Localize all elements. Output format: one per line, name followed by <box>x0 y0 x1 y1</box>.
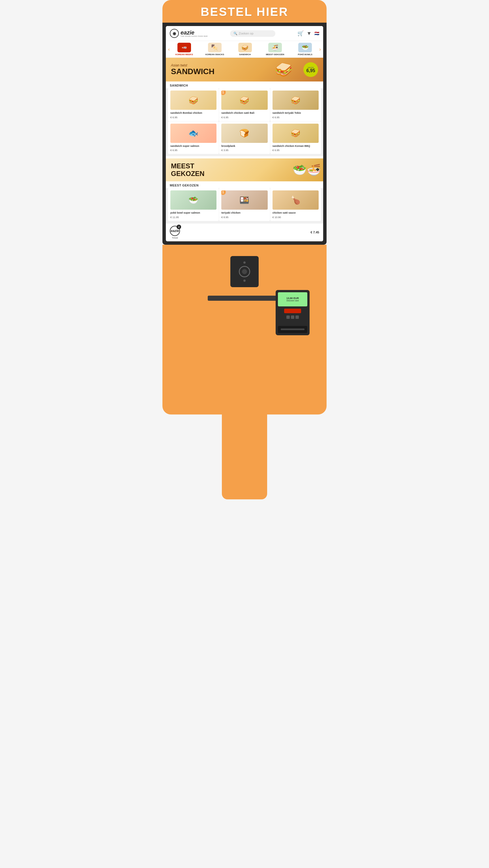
logo-text-sub: THE ASIAN GOOD FOOD BAR <box>181 35 208 37</box>
product-name-sandwich-bombai: sandwich Bombai chicken <box>170 112 216 115</box>
cat-items: K🇰🇷 KOREAN WEEKS 🍢 KOREAN SNACKS 🥪 SANDW… <box>171 43 318 56</box>
cat-label-meest-gekozen: MEEST GEKOZEN <box>266 53 284 56</box>
cat-item-korean-snacks[interactable]: 🍢 KOREAN SNACKS <box>206 43 224 56</box>
product-card-sandwich-salmon[interactable]: 🐟 sandwich super salmon € 6.95 <box>168 121 219 154</box>
product-name-poke-super-salmon: poké bowl super salmon <box>170 211 216 215</box>
nav-left-arrow[interactable]: ‹ <box>168 46 170 52</box>
logo-icon: ◉ <box>170 29 179 38</box>
product-card-teriyaki-chicken[interactable]: 1 🍱 teriyaki chicken € 8.95 <box>219 188 270 221</box>
cat-item-meest-gekozen[interactable]: 🍜 MEEST GEKOZEN <box>266 43 284 56</box>
terminal-icons <box>286 315 299 319</box>
kiosk-top-header: BESTEL HIER <box>162 0 327 23</box>
payment-terminal: 13,90 EUR Discover card <box>276 290 310 335</box>
meest-gekozen-title: MEESTGEKOZEN <box>171 162 205 177</box>
product-card-sandwich-teriyaki[interactable]: 🥪 sandwich teriyaki Tokio € 6.95 <box>270 88 321 121</box>
product-image-chicken-sate: 🍗 <box>273 190 319 210</box>
terminal-icon-2 <box>291 315 294 319</box>
product-image-sandwich-bombai: 🥪 <box>170 91 216 110</box>
header-icons: 🛒 ▼ 🇳🇱 <box>298 30 319 36</box>
product-badge-teriyaki: 1 <box>221 190 226 195</box>
hero-title: SANDWICH <box>171 67 214 76</box>
product-image-sandwich-salmon: 🐟 <box>170 124 216 143</box>
hero-text: Asian twist SANDWICH <box>171 63 214 76</box>
hero-price-num: 6,95 <box>306 68 315 73</box>
language-flag[interactable]: 🇳🇱 <box>314 31 319 36</box>
product-name-sandwich-teriyaki: sandwich teriyaki Tokio <box>273 112 319 115</box>
product-image-sandwich-korean-bbq: 🥪 <box>273 124 319 143</box>
filter-icon[interactable]: ▼ <box>306 31 312 36</box>
kiosk-title: BESTEL HIER <box>162 5 327 19</box>
cat-item-sandwich[interactable]: 🥪 SANDWICH <box>237 43 253 56</box>
product-card-sandwich-korean-bbq[interactable]: 🥪 sandwich chicken Korean BBQ € 6.95 <box>270 121 321 154</box>
category-nav: ‹ K🇰🇷 KOREAN WEEKS 🍢 KOREAN SNACKS 🥪 <box>166 41 323 58</box>
cart-item-badge: 1 <box>177 225 181 229</box>
product-name-sandwich-korean-bbq: sandwich chicken Korean BBQ <box>273 145 319 148</box>
screen: ◉ eazie THE ASIAN GOOD FOOD BAR 🔍 Zoeken… <box>166 26 323 241</box>
hero-food-image: 🥪 <box>261 58 306 82</box>
cart-bar[interactable]: eazie 1 Totaal € 7.45 <box>166 223 323 241</box>
terminal-card-slot <box>278 326 307 333</box>
meest-gekozen-product-grid: 🥗 poké bowl super salmon € 11.95 1 🍱 ter… <box>166 188 323 223</box>
sandwich-section-header: SANDWICH <box>166 82 323 88</box>
logo-area: ◉ eazie THE ASIAN GOOD FOOD BAR <box>170 29 208 38</box>
product-price-sandwich-sate: € 6.95 <box>221 116 268 119</box>
product-name-broodplank: broodplank <box>221 145 268 148</box>
terminal-screen: 13,90 EUR Discover card <box>278 292 307 306</box>
meest-gekozen-banner: MEESTGEKOZEN 🥗 🍜 <box>166 158 323 181</box>
product-card-poke-super-salmon[interactable]: 🥗 poké bowl super salmon € 11.95 <box>168 188 219 221</box>
terminal-cancel-button[interactable] <box>284 309 301 313</box>
terminal-card-line <box>281 329 304 330</box>
product-name-sandwich-salmon: sandwich super salmon <box>170 145 216 148</box>
product-image-poke-super-salmon: 🥗 <box>170 190 216 210</box>
cat-label-korean-snacks: KOREAN SNACKS <box>206 53 224 56</box>
cat-item-korean-weeks[interactable]: K🇰🇷 KOREAN WEEKS <box>176 43 193 56</box>
product-price-broodplank: € 3.95 <box>221 149 268 152</box>
product-badge-sandwich-sate: 1 <box>221 91 226 95</box>
cart-logo: eazie 1 Totaal <box>170 226 180 239</box>
cat-item-poke-bowls[interactable]: 🥗 POKé BOWLS <box>297 43 313 56</box>
product-card-broodplank[interactable]: 🍞 broodplank € 3.95 <box>219 121 270 154</box>
product-price-sandwich-salmon: € 6.95 <box>170 149 216 152</box>
terminal-amount: 13,90 EUR <box>286 297 299 300</box>
cart-logo-circle: eazie 1 <box>170 226 180 236</box>
nav-right-arrow[interactable]: › <box>319 46 321 52</box>
meest-gekozen-section-header: MEEST GEKOZEN <box>166 181 323 188</box>
kiosk-body: 13,90 EUR Discover card <box>162 245 327 414</box>
card-reader-center-dot <box>242 269 247 274</box>
card-reader-led <box>243 261 246 264</box>
cat-label-korean-weeks: KOREAN WEEKS <box>176 53 193 56</box>
cart-icon[interactable]: 🛒 <box>298 30 304 36</box>
card-reader-led-2 <box>243 280 246 282</box>
terminal-icon-1 <box>286 315 290 319</box>
cat-label-poke-bowls: POKé BOWLS <box>298 53 312 56</box>
product-card-sandwich-sate[interactable]: 1 🥪 sandwich chicken saté Bali € 6.95 <box>219 88 270 121</box>
cat-label-sandwich: SANDWICH <box>239 53 251 56</box>
card-slot <box>208 296 281 301</box>
search-bar[interactable]: 🔍 Zoeken op <box>230 30 275 37</box>
hero-subtitle: Asian twist <box>171 63 214 67</box>
product-name-sandwich-sate: sandwich chicken saté Bali <box>221 112 268 115</box>
product-price-sandwich-bombai: € 6.95 <box>170 116 216 119</box>
meest-food-images: 🥗 🍜 <box>293 158 323 181</box>
logo-text-main: eazie <box>181 30 208 35</box>
product-image-sandwich-sate: 1 🥪 <box>221 91 268 110</box>
product-card-chicken-sate[interactable]: 🍗 chicken saté sauce € 10.90 <box>270 188 321 221</box>
product-image-sandwich-teriyaki: 🥪 <box>273 91 319 110</box>
card-reader-ring <box>239 266 250 277</box>
hero-banner: Asian twist SANDWICH 🥪 Slechts 6,95 <box>166 58 323 82</box>
product-price-poke-super-salmon: € 11.95 <box>170 216 216 219</box>
product-card-sandwich-bombai[interactable]: 🥪 sandwich Bombai chicken € 6.95 <box>168 88 219 121</box>
kiosk-wrapper: BESTEL HIER ◉ eazie THE ASIAN GOOD FOOD … <box>154 0 335 499</box>
product-image-broodplank: 🍞 <box>221 124 268 143</box>
hero-price-badge: Slechts 6,95 <box>303 62 318 77</box>
cart-label: Totaal <box>172 237 178 239</box>
terminal-icon-3 <box>296 315 299 319</box>
app-header: ◉ eazie THE ASIAN GOOD FOOD BAR 🔍 Zoeken… <box>166 26 323 41</box>
sandwich-product-grid: 🥪 sandwich Bombai chicken € 6.95 1 🥪 san… <box>166 88 323 156</box>
terminal-label: Discover card <box>287 300 299 302</box>
product-image-teriyaki-chicken: 1 🍱 <box>221 190 268 210</box>
product-price-sandwich-korean-bbq: € 6.95 <box>273 149 319 152</box>
screen-surround: ◉ eazie THE ASIAN GOOD FOOD BAR 🔍 Zoeken… <box>162 23 327 245</box>
cart-logo-text: eazie <box>171 229 179 233</box>
search-placeholder: Zoeken op <box>239 32 253 35</box>
